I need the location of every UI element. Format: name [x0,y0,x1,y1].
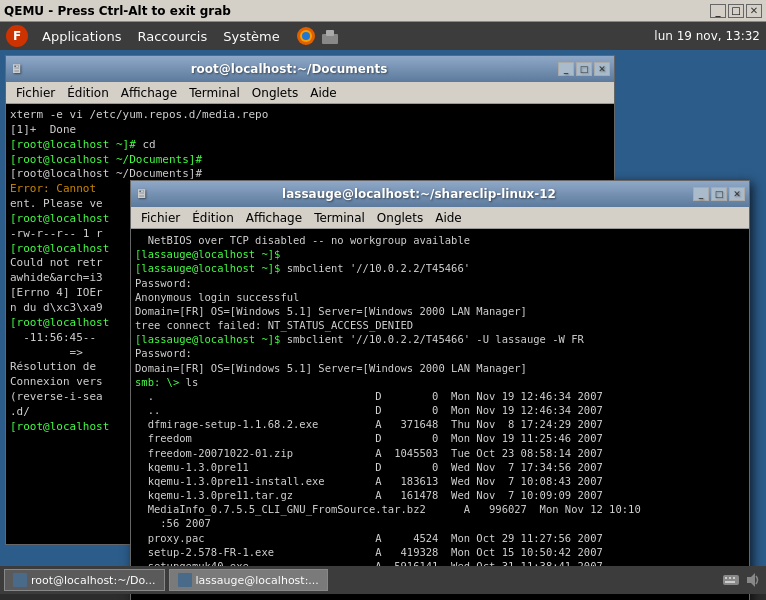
term-line: Domain=[FR] OS=[Windows 5.1] Server=[Win… [135,304,745,318]
terminal-1-menu-aide[interactable]: Aide [304,84,343,102]
qemu-minimize-btn[interactable]: _ [710,4,726,18]
taskbar-item-terminal2[interactable]: lassauge@localhost:... [169,569,328,591]
svg-rect-7 [729,577,731,579]
term-line: freedom-20071022-01.zip A 1045503 Tue Oc… [135,446,745,460]
terminal-2-menu-edition[interactable]: Édition [186,209,240,227]
svg-rect-6 [725,577,727,579]
term-line: Password: [135,346,745,360]
term-line: kqemu-1.3.0pre11 D 0 Wed Nov 7 17:34:56 … [135,460,745,474]
terminal-2-menu-onglets[interactable]: Onglets [371,209,429,227]
gnome-applications-menu[interactable]: Applications [34,27,129,46]
taskbar-item-terminal1[interactable]: root@localhost:~/Do... [4,569,165,591]
term-line: [lassauge@localhost ~]$ smbclient '//10.… [135,332,745,346]
term-line: smb: \> ls [135,375,745,389]
terminal-2-menubar: Fichier Édition Affichage Terminal Ongle… [131,207,749,229]
terminal-2-titlebar: 🖥 lassauge@localhost:~/shareclip-linux-1… [131,181,749,207]
term-line: [lassauge@localhost ~]$ smbclient '//10.… [135,261,745,275]
svg-point-2 [302,32,310,40]
gnome-raccourcis-menu[interactable]: Raccourcis [129,27,215,46]
qemu-titlebar: QEMU - Press Ctrl-Alt to exit grab _ □ ✕ [0,0,766,22]
terminal-1-menu-edition[interactable]: Édition [61,84,115,102]
taskbar-terminal1-label: root@localhost:~/Do... [31,574,156,587]
term-line: xterm -e vi /etc/yum.repos.d/media.repo [10,108,610,123]
terminal-2-maximize[interactable]: □ [711,187,727,201]
terminal-1-title: root@localhost:~/Documents [22,62,556,76]
svg-rect-4 [326,30,334,36]
term-line: :56 2007 [135,516,745,530]
svg-rect-9 [725,581,735,583]
terminal-1-menubar: Fichier Édition Affichage Terminal Ongle… [6,82,614,104]
term-line: [root@localhost ~/Documents]# [10,153,610,168]
gnome-panel-right: lun 19 nov, 13:32 [654,29,760,43]
term-line: setup-2.578-FR-1.exe A 419328 Mon Oct 15… [135,545,745,559]
gnome-panel: F Applications Raccourcis Système lun 19… [0,22,766,50]
taskbar-terminal1-icon [13,573,27,587]
term-line: kqemu-1.3.0pre11-install.exe A 183613 We… [135,474,745,488]
taskbar: root@localhost:~/Do... lassauge@localhos… [0,566,766,594]
terminal-2-content[interactable]: NetBIOS over TCP disabled -- no workgrou… [131,229,749,600]
terminal-1-title-icon: 🖥 [10,62,22,76]
terminal-2-menu-fichier[interactable]: Fichier [135,209,186,227]
gnome-logo-text: F [13,29,21,43]
gnome-logo[interactable]: F [6,25,28,47]
terminal-1-menu-terminal[interactable]: Terminal [183,84,246,102]
taskbar-terminal2-icon [178,573,192,587]
term-line: kqemu-1.3.0pre11.tar.gz A 161478 Wed Nov… [135,488,745,502]
qemu-close-btn[interactable]: ✕ [746,4,762,18]
terminal-1-menu-fichier[interactable]: Fichier [10,84,61,102]
term-line: [lassauge@localhost ~]$ [135,247,745,261]
volume-icon [744,571,762,589]
term-line: dfmirage-setup-1.1.68.2.exe A 371648 Thu… [135,417,745,431]
firefox-icon[interactable] [296,26,316,46]
taskbar-right [722,571,762,589]
terminal-2-menu-aide[interactable]: Aide [429,209,468,227]
term-line: freedom D 0 Mon Nov 19 11:25:46 2007 [135,431,745,445]
terminal-1-menu-affichage[interactable]: Affichage [115,84,183,102]
keyboard-icon [722,571,740,589]
gnome-systeme-menu[interactable]: Système [215,27,287,46]
terminal-1-minimize[interactable]: _ [558,62,574,76]
svg-marker-10 [747,573,755,587]
term-line: MediaInfo_0.7.5.5_CLI_GNU_FromSource.tar… [135,502,745,516]
term-line: . D 0 Mon Nov 19 12:46:34 2007 [135,389,745,403]
terminal-1-maximize[interactable]: □ [576,62,592,76]
qemu-title-text: QEMU - Press Ctrl-Alt to exit grab [4,4,708,18]
terminal-2-minimize[interactable]: _ [693,187,709,201]
terminal-2-close[interactable]: ✕ [729,187,745,201]
desktop: 🖥 root@localhost:~/Documents _ □ ✕ Fichi… [0,50,766,594]
term-line: tree connect failed: NT_STATUS_ACCESS_DE… [135,318,745,332]
datetime-display: lun 19 nov, 13:32 [654,29,760,43]
term-line: proxy.pac A 4524 Mon Oct 29 11:27:56 200… [135,531,745,545]
svg-rect-5 [723,575,739,585]
taskbar-terminal2-label: lassauge@localhost:... [196,574,319,587]
terminal-1-titlebar: 🖥 root@localhost:~/Documents _ □ ✕ [6,56,614,82]
term-line: [root@localhost ~]# cd [10,138,610,153]
svg-rect-8 [733,577,735,579]
term-line: Password: [135,276,745,290]
terminal-1-close[interactable]: ✕ [594,62,610,76]
terminal-2-menu-affichage[interactable]: Affichage [240,209,308,227]
qemu-maximize-btn[interactable]: □ [728,4,744,18]
terminal-1-menu-onglets[interactable]: Onglets [246,84,304,102]
terminal-2-title: lassauge@localhost:~/shareclip-linux-12 [147,187,691,201]
network-icon [320,26,340,46]
terminal-window-2: 🖥 lassauge@localhost:~/shareclip-linux-1… [130,180,750,600]
terminal-2-title-icon: 🖥 [135,187,147,201]
term-line: Anonymous login successful [135,290,745,304]
term-line: [1]+ Done [10,123,610,138]
term-line: .. D 0 Mon Nov 19 12:46:34 2007 [135,403,745,417]
term-line: Domain=[FR] OS=[Windows 5.1] Server=[Win… [135,361,745,375]
term-line: NetBIOS over TCP disabled -- no workgrou… [135,233,745,247]
terminal-2-menu-terminal[interactable]: Terminal [308,209,371,227]
